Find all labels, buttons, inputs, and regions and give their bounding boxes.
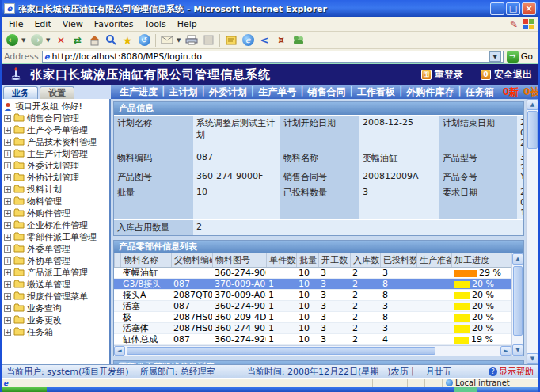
scroll-down-icon[interactable]: ▼: [512, 344, 523, 356]
search-button[interactable]: [104, 33, 118, 48]
minimize-button[interactable]: _: [490, 2, 504, 15]
column-header[interactable]: 开工数: [318, 253, 350, 267]
expand-icon[interactable]: +: [4, 269, 11, 276]
history-button[interactable]: ↺: [137, 33, 151, 48]
tree-root-user[interactable]: 项目开发组 你好!: [3, 101, 109, 112]
edit-button[interactable]: [201, 33, 215, 48]
tab-settings[interactable]: 设置: [40, 86, 74, 99]
sidebar-item[interactable]: +外委计划管理: [3, 160, 109, 172]
browser-globe-icon[interactable]: e: [241, 33, 255, 48]
scroll-up-icon[interactable]: ▲: [512, 253, 523, 265]
expand-icon[interactable]: +: [4, 150, 11, 158]
sidebar-item[interactable]: +主生产计划管理: [3, 148, 109, 160]
sidebar-item[interactable]: +外购件管理: [3, 207, 109, 219]
menu-item[interactable]: Favorites: [89, 19, 139, 29]
sidebar-item[interactable]: +报废件管理菜单: [3, 291, 109, 303]
research-tool-icon[interactable]: ¤: [274, 33, 288, 48]
taskbar-tasks[interactable]: [47, 387, 454, 392]
column-header[interactable]: 批量: [296, 253, 318, 267]
expand-icon[interactable]: +: [4, 162, 11, 169]
discuss-button[interactable]: [224, 33, 238, 48]
sidebar-item[interactable]: +业务更改: [3, 314, 109, 326]
messenger-button[interactable]: [291, 33, 305, 48]
nav-link[interactable]: 销售合同: [304, 86, 350, 99]
table-row[interactable]: 变幅油缸360-274-9000F1032329 %: [114, 268, 511, 279]
mail-button[interactable]: [160, 33, 174, 48]
expand-icon[interactable]: +: [4, 222, 11, 229]
mail-dropdown-icon[interactable]: ▼: [177, 37, 182, 44]
expand-icon[interactable]: +: [4, 186, 11, 193]
sidebar-item[interactable]: +产品技术资料管理: [3, 136, 109, 148]
sidebar-item[interactable]: +外委单管理: [3, 243, 109, 255]
print-button[interactable]: [184, 33, 199, 48]
forward-dropdown-icon[interactable]: ▼: [46, 37, 51, 44]
forward-button[interactable]: →: [29, 33, 44, 48]
expand-icon[interactable]: +: [4, 139, 11, 146]
address-dropdown-icon[interactable]: ▼: [489, 51, 501, 62]
sidebar-item[interactable]: +生产令号单管理: [3, 124, 109, 136]
nav-link[interactable]: 外购件库存: [402, 86, 458, 99]
expand-icon[interactable]: +: [4, 281, 11, 288]
nav-link[interactable]: 生产进度: [116, 86, 162, 99]
nav-link[interactable]: 外委计划: [205, 86, 251, 99]
expand-icon[interactable]: +: [4, 329, 11, 336]
expand-icon[interactable]: +: [4, 245, 11, 253]
favorites-button[interactable]: ★: [120, 33, 135, 48]
table-row[interactable]: 活塞087360-274-9010F11032320 %: [114, 301, 511, 312]
table-row[interactable]: 接头A2087QT002370-009-A085011032820 %: [114, 290, 511, 301]
expand-icon[interactable]: +: [4, 234, 11, 241]
table-row[interactable]: 活塞体2087HS002360-274-9011W11032320 %: [114, 323, 511, 334]
column-header[interactable]: 单件数量: [266, 253, 296, 267]
back-dropdown-icon[interactable]: ▼: [21, 37, 27, 44]
tab-business[interactable]: 业务: [3, 86, 38, 99]
sidebar-item[interactable]: +投料计划: [3, 184, 109, 196]
address-input[interactable]: e http://localhost:8080/MPS/login.do ▼: [42, 51, 504, 63]
scroll-left-icon[interactable]: ◄: [114, 346, 125, 356]
angle-tool-icon[interactable]: <: [257, 33, 272, 48]
page-vertical-scrollbar[interactable]: ▲ ▼: [526, 99, 538, 364]
sidebar-item[interactable]: +物料管理: [3, 196, 109, 207]
expand-icon[interactable]: +: [4, 257, 11, 265]
sidebar-item[interactable]: +零部件派工单管理: [3, 231, 109, 243]
stop-button[interactable]: ✕: [54, 33, 68, 48]
table-row[interactable]: 极2087HS002360-209-4D01011032820 %: [114, 312, 511, 323]
parts-horizontal-scrollbar[interactable]: ◄ ►: [114, 345, 511, 356]
scroll-up-icon[interactable]: ▲: [527, 99, 538, 110]
column-header[interactable]: 物料图号: [212, 253, 266, 267]
nav-link[interactable]: 工作看板: [353, 86, 399, 99]
expand-icon[interactable]: +: [4, 293, 11, 300]
menu-item[interactable]: Help: [172, 19, 203, 29]
nav-link[interactable]: 任务箱: [462, 86, 498, 99]
column-header[interactable]: 入库数: [350, 253, 380, 267]
column-header[interactable]: 已投料数: [380, 253, 416, 267]
expand-icon[interactable]: +: [4, 198, 11, 205]
expand-icon[interactable]: +: [4, 115, 11, 122]
sidebar-item[interactable]: +缴送单管理: [3, 279, 109, 291]
go-button[interactable]: → Go: [507, 51, 536, 63]
parts-vertical-scrollbar[interactable]: ▲ ▼: [511, 253, 523, 356]
sidebar-item[interactable]: +外协计划管理: [3, 172, 109, 184]
logout-button[interactable]: 0 安全退出: [481, 68, 532, 82]
table-row[interactable]: 缸体总成087360-274-9200F11032419 %: [114, 334, 511, 345]
taskbar-task[interactable]: [454, 387, 477, 392]
expand-icon[interactable]: +: [4, 305, 11, 312]
scroll-down-icon[interactable]: ▼: [527, 353, 538, 364]
nav-link[interactable]: 主计划: [165, 86, 201, 99]
maximize-button[interactable]: □: [506, 2, 520, 15]
sidebar-item[interactable]: +业务查询: [3, 303, 109, 314]
expand-icon[interactable]: +: [4, 210, 11, 217]
scroll-right-icon[interactable]: ►: [500, 346, 511, 356]
start-button[interactable]: [2, 387, 47, 392]
expand-icon[interactable]: +: [4, 317, 11, 324]
sidebar-item[interactable]: +外协单管理: [3, 255, 109, 267]
close-button[interactable]: ×: [522, 2, 536, 15]
sidebar-item[interactable]: +产品派工单管理: [3, 267, 109, 279]
expand-icon[interactable]: +: [4, 174, 11, 181]
show-help-link[interactable]: ? 显示帮助: [489, 366, 534, 378]
windows-taskbar[interactable]: [2, 387, 538, 392]
menu-item[interactable]: View: [57, 19, 89, 29]
back-button[interactable]: ←: [5, 33, 19, 48]
menu-item[interactable]: Tools: [139, 19, 172, 29]
nav-link[interactable]: 生产单号: [254, 86, 300, 99]
sidebar-item[interactable]: +任务箱: [3, 326, 109, 338]
